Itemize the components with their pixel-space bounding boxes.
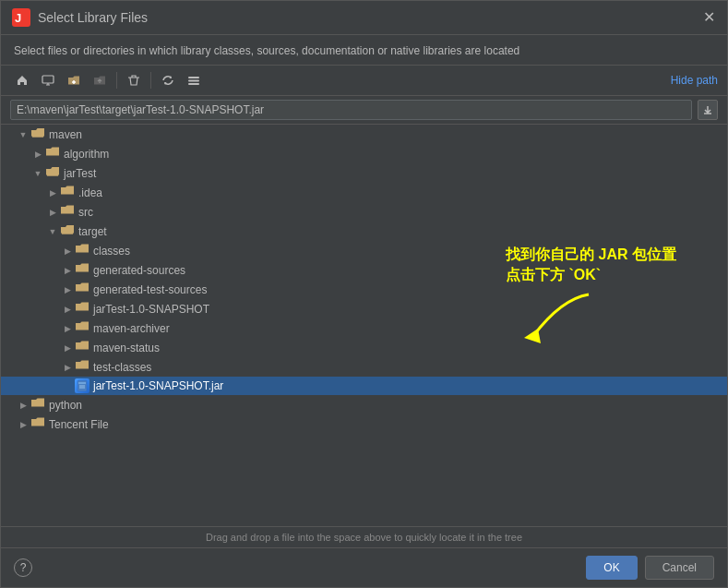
delete-button[interactable] — [122, 69, 146, 91]
tree-label-target: target — [78, 225, 727, 238]
folder-closed-icon — [75, 301, 90, 317]
desktop-icon — [42, 74, 54, 87]
folder-open-icon — [30, 126, 45, 142]
path-go-button[interactable] — [698, 100, 718, 120]
folder-closed-icon — [75, 282, 90, 297]
select-library-files-dialog: J Select Library Files ✕ Select files or… — [0, 0, 728, 588]
tree-label-test-classes: test-classes — [93, 361, 727, 374]
folder-open-icon — [45, 165, 60, 181]
tree-toggle-idea[interactable]: ▶ — [45, 186, 60, 200]
folder-closed-icon — [30, 397, 45, 413]
tree-label-src: src — [78, 206, 727, 219]
new-folder-button[interactable] — [62, 69, 86, 91]
title-bar: J Select Library Files ✕ — [1, 1, 727, 35]
tree-toggle-maven-status[interactable]: ▶ — [60, 341, 75, 355]
tree-toggle-jarTest-jar[interactable] — [60, 378, 75, 393]
jar-icon — [75, 378, 90, 393]
tree-toggle-python[interactable]: ▶ — [16, 398, 30, 413]
tree-item-maven-status[interactable]: ▶ maven-status — [1, 338, 727, 357]
tree-item-jarTest-SNAPSHOT[interactable]: ▶ jarTest-1.0-SNAPSHOT — [1, 299, 727, 318]
tree-toggle-classes[interactable]: ▶ — [60, 244, 75, 258]
folder-closed-icon — [45, 146, 60, 162]
tree-item-tencent[interactable]: ▶ Tencent File — [1, 414, 727, 434]
tree-item-test-classes[interactable]: ▶ test-classes — [1, 357, 727, 377]
dialog-title: Select Library Files — [38, 10, 694, 25]
status-bar: Drag and drop a file into the space abov… — [1, 526, 727, 547]
tree-label-algorithm: algorithm — [64, 148, 727, 161]
settings-icon — [187, 74, 200, 87]
svg-rect-4 — [188, 80, 199, 82]
tree-label-python: python — [49, 399, 727, 412]
home-button[interactable] — [10, 69, 34, 91]
tree-label-idea: .idea — [78, 186, 727, 199]
tree-toggle-test-classes[interactable]: ▶ — [60, 360, 75, 375]
new-folder-icon — [67, 74, 80, 87]
folder-closed-icon — [60, 204, 75, 220]
delete-icon — [128, 74, 139, 87]
folder-closed-icon — [75, 262, 90, 278]
refresh-button[interactable] — [156, 69, 180, 91]
tree-label-jarTest-jar: jarTest-1.0-SNAPSHOT.jar — [93, 379, 727, 392]
tree-toggle-jarTest-SNAPSHOT[interactable]: ▶ — [60, 302, 75, 317]
tree-item-idea[interactable]: ▶ .idea — [1, 183, 727, 202]
toolbar: Hide path — [1, 66, 727, 96]
desktop-button[interactable] — [36, 69, 60, 91]
tree-item-jarTest[interactable]: ▼ jarTest — [1, 163, 727, 183]
path-input[interactable] — [10, 100, 692, 120]
refresh-icon — [161, 74, 174, 87]
folder-up-button[interactable] — [88, 69, 112, 91]
app-icon: J — [12, 8, 30, 27]
tree-label-maven: maven — [49, 128, 727, 141]
tree-label-maven-status: maven-status — [93, 342, 727, 354]
tree-label-jarTest: jarTest — [64, 167, 727, 180]
tree-item-maven-archiver[interactable]: ▶ maven-archiver — [1, 318, 727, 338]
tree-label-maven-archiver: maven-archiver — [93, 322, 727, 335]
svg-text:J: J — [15, 11, 21, 25]
home-icon — [16, 74, 29, 87]
tree-toggle-target[interactable]: ▼ — [45, 224, 60, 239]
tree-toggle-generated-test-sources[interactable]: ▶ — [60, 282, 75, 297]
svg-rect-3 — [188, 77, 199, 78]
settings-button[interactable] — [182, 69, 206, 91]
toolbar-separator-2 — [150, 72, 151, 89]
tree-label-generated-test-sources: generated-test-sources — [93, 283, 727, 296]
tree-item-src[interactable]: ▶ src — [1, 202, 727, 222]
download-icon — [702, 104, 713, 115]
file-tree[interactable]: ▼ maven▶ algorithm▼ jarTest▶ .idea▶ src▼… — [1, 125, 727, 526]
tree-item-algorithm[interactable]: ▶ algorithm — [1, 144, 727, 163]
folder-closed-icon — [75, 320, 90, 336]
tree-item-maven[interactable]: ▼ maven — [1, 125, 727, 144]
tree-item-target[interactable]: ▼ target — [1, 222, 727, 241]
tree-toggle-src[interactable]: ▶ — [45, 205, 60, 220]
bottom-bar: ? OK Cancel — [1, 547, 727, 587]
tree-toggle-algorithm[interactable]: ▶ — [30, 147, 45, 162]
close-button[interactable]: ✕ — [701, 10, 716, 25]
toolbar-separator-1 — [116, 72, 117, 89]
folder-open-icon — [60, 223, 75, 239]
folder-closed-icon — [30, 416, 45, 432]
tree-item-classes[interactable]: ▶ classes — [1, 241, 727, 260]
cancel-button[interactable]: Cancel — [645, 556, 714, 580]
folder-closed-icon — [75, 340, 90, 355]
help-button[interactable]: ? — [14, 558, 32, 577]
tree-label-tencent: Tencent File — [49, 418, 727, 431]
tree-item-generated-sources[interactable]: ▶ generated-sources — [1, 260, 727, 280]
folder-closed-icon — [75, 243, 90, 258]
path-bar — [1, 96, 727, 125]
svg-rect-7 — [78, 382, 86, 384]
tree-label-classes: classes — [93, 245, 727, 258]
tree-toggle-maven[interactable]: ▼ — [16, 127, 30, 142]
tree-label-generated-sources: generated-sources — [93, 264, 727, 277]
tree-label-jarTest-SNAPSHOT: jarTest-1.0-SNAPSHOT — [93, 303, 727, 316]
tree-item-python[interactable]: ▶ python — [1, 395, 727, 414]
ok-button[interactable]: OK — [586, 556, 637, 580]
dialog-description: Select files or directories in which lib… — [1, 35, 727, 66]
tree-toggle-maven-archiver[interactable]: ▶ — [60, 321, 75, 336]
tree-toggle-jarTest[interactable]: ▼ — [30, 166, 45, 181]
tree-toggle-generated-sources[interactable]: ▶ — [60, 263, 75, 278]
tree-item-generated-test-sources[interactable]: ▶ generated-test-sources — [1, 280, 727, 299]
tree-item-jarTest-jar[interactable]: jarTest-1.0-SNAPSHOT.jar — [1, 377, 727, 395]
hide-path-button[interactable]: Hide path — [671, 74, 718, 87]
folder-closed-icon — [60, 185, 75, 200]
tree-toggle-tencent[interactable]: ▶ — [16, 417, 30, 432]
